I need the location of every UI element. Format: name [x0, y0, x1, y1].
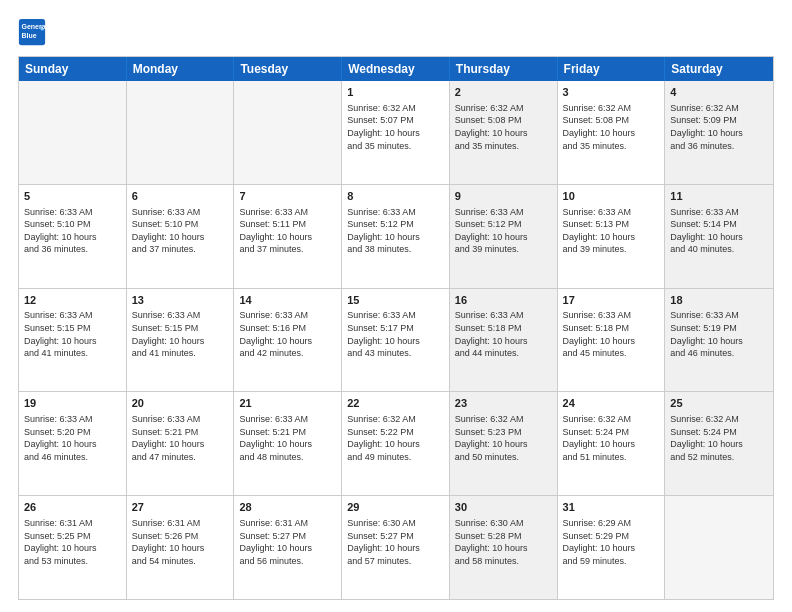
- day-info: Sunrise: 6:33 AM Sunset: 5:15 PM Dayligh…: [132, 309, 229, 359]
- day-number: 9: [455, 189, 552, 204]
- day-info: Sunrise: 6:30 AM Sunset: 5:27 PM Dayligh…: [347, 517, 444, 567]
- calendar-row: 1Sunrise: 6:32 AM Sunset: 5:07 PM Daylig…: [19, 81, 773, 185]
- day-info: Sunrise: 6:32 AM Sunset: 5:08 PM Dayligh…: [455, 102, 552, 152]
- day-info: Sunrise: 6:33 AM Sunset: 5:19 PM Dayligh…: [670, 309, 768, 359]
- calendar-cell: 7Sunrise: 6:33 AM Sunset: 5:11 PM Daylig…: [234, 185, 342, 288]
- day-number: 12: [24, 293, 121, 308]
- calendar-cell: 14Sunrise: 6:33 AM Sunset: 5:16 PM Dayli…: [234, 289, 342, 392]
- weekday-header: Thursday: [450, 57, 558, 81]
- header: General Blue: [18, 18, 774, 46]
- day-info: Sunrise: 6:32 AM Sunset: 5:22 PM Dayligh…: [347, 413, 444, 463]
- day-info: Sunrise: 6:32 AM Sunset: 5:24 PM Dayligh…: [563, 413, 660, 463]
- day-number: 10: [563, 189, 660, 204]
- day-number: 21: [239, 396, 336, 411]
- day-number: 22: [347, 396, 444, 411]
- calendar-cell: 17Sunrise: 6:33 AM Sunset: 5:18 PM Dayli…: [558, 289, 666, 392]
- calendar-cell: 27Sunrise: 6:31 AM Sunset: 5:26 PM Dayli…: [127, 496, 235, 599]
- weekday-header: Wednesday: [342, 57, 450, 81]
- calendar-cell: 26Sunrise: 6:31 AM Sunset: 5:25 PM Dayli…: [19, 496, 127, 599]
- day-info: Sunrise: 6:33 AM Sunset: 5:16 PM Dayligh…: [239, 309, 336, 359]
- calendar: SundayMondayTuesdayWednesdayThursdayFrid…: [18, 56, 774, 600]
- calendar-cell: 15Sunrise: 6:33 AM Sunset: 5:17 PM Dayli…: [342, 289, 450, 392]
- weekday-header: Monday: [127, 57, 235, 81]
- day-number: 26: [24, 500, 121, 515]
- day-info: Sunrise: 6:33 AM Sunset: 5:20 PM Dayligh…: [24, 413, 121, 463]
- calendar-body: 1Sunrise: 6:32 AM Sunset: 5:07 PM Daylig…: [19, 81, 773, 599]
- weekday-header: Tuesday: [234, 57, 342, 81]
- day-info: Sunrise: 6:33 AM Sunset: 5:13 PM Dayligh…: [563, 206, 660, 256]
- day-number: 24: [563, 396, 660, 411]
- calendar-row: 12Sunrise: 6:33 AM Sunset: 5:15 PM Dayli…: [19, 289, 773, 393]
- day-number: 18: [670, 293, 768, 308]
- day-number: 11: [670, 189, 768, 204]
- calendar-cell: 1Sunrise: 6:32 AM Sunset: 5:07 PM Daylig…: [342, 81, 450, 184]
- day-number: 8: [347, 189, 444, 204]
- day-info: Sunrise: 6:33 AM Sunset: 5:17 PM Dayligh…: [347, 309, 444, 359]
- day-info: Sunrise: 6:32 AM Sunset: 5:07 PM Dayligh…: [347, 102, 444, 152]
- day-info: Sunrise: 6:33 AM Sunset: 5:10 PM Dayligh…: [24, 206, 121, 256]
- day-info: Sunrise: 6:31 AM Sunset: 5:27 PM Dayligh…: [239, 517, 336, 567]
- day-info: Sunrise: 6:32 AM Sunset: 5:23 PM Dayligh…: [455, 413, 552, 463]
- calendar-cell: 12Sunrise: 6:33 AM Sunset: 5:15 PM Dayli…: [19, 289, 127, 392]
- page: General Blue SundayMondayTuesdayWednesda…: [0, 0, 792, 612]
- day-number: 25: [670, 396, 768, 411]
- day-info: Sunrise: 6:32 AM Sunset: 5:24 PM Dayligh…: [670, 413, 768, 463]
- calendar-cell: 4Sunrise: 6:32 AM Sunset: 5:09 PM Daylig…: [665, 81, 773, 184]
- day-number: 30: [455, 500, 552, 515]
- calendar-cell: 13Sunrise: 6:33 AM Sunset: 5:15 PM Dayli…: [127, 289, 235, 392]
- logo: General Blue: [18, 18, 50, 46]
- calendar-cell: 22Sunrise: 6:32 AM Sunset: 5:22 PM Dayli…: [342, 392, 450, 495]
- day-number: 31: [563, 500, 660, 515]
- day-info: Sunrise: 6:33 AM Sunset: 5:21 PM Dayligh…: [239, 413, 336, 463]
- day-number: 28: [239, 500, 336, 515]
- calendar-row: 19Sunrise: 6:33 AM Sunset: 5:20 PM Dayli…: [19, 392, 773, 496]
- calendar-cell: 6Sunrise: 6:33 AM Sunset: 5:10 PM Daylig…: [127, 185, 235, 288]
- day-number: 29: [347, 500, 444, 515]
- calendar-cell: 30Sunrise: 6:30 AM Sunset: 5:28 PM Dayli…: [450, 496, 558, 599]
- day-number: 13: [132, 293, 229, 308]
- calendar-cell: [19, 81, 127, 184]
- calendar-row: 5Sunrise: 6:33 AM Sunset: 5:10 PM Daylig…: [19, 185, 773, 289]
- calendar-cell: 3Sunrise: 6:32 AM Sunset: 5:08 PM Daylig…: [558, 81, 666, 184]
- calendar-cell: 31Sunrise: 6:29 AM Sunset: 5:29 PM Dayli…: [558, 496, 666, 599]
- calendar-cell: [234, 81, 342, 184]
- day-number: 3: [563, 85, 660, 100]
- calendar-cell: [665, 496, 773, 599]
- day-info: Sunrise: 6:33 AM Sunset: 5:18 PM Dayligh…: [455, 309, 552, 359]
- day-info: Sunrise: 6:32 AM Sunset: 5:08 PM Dayligh…: [563, 102, 660, 152]
- day-number: 20: [132, 396, 229, 411]
- day-number: 19: [24, 396, 121, 411]
- day-number: 7: [239, 189, 336, 204]
- weekday-header: Sunday: [19, 57, 127, 81]
- calendar-cell: 24Sunrise: 6:32 AM Sunset: 5:24 PM Dayli…: [558, 392, 666, 495]
- day-number: 5: [24, 189, 121, 204]
- logo-icon: General Blue: [18, 18, 46, 46]
- calendar-cell: 25Sunrise: 6:32 AM Sunset: 5:24 PM Dayli…: [665, 392, 773, 495]
- day-info: Sunrise: 6:31 AM Sunset: 5:26 PM Dayligh…: [132, 517, 229, 567]
- calendar-cell: 19Sunrise: 6:33 AM Sunset: 5:20 PM Dayli…: [19, 392, 127, 495]
- day-info: Sunrise: 6:33 AM Sunset: 5:15 PM Dayligh…: [24, 309, 121, 359]
- calendar-cell: 11Sunrise: 6:33 AM Sunset: 5:14 PM Dayli…: [665, 185, 773, 288]
- day-info: Sunrise: 6:33 AM Sunset: 5:21 PM Dayligh…: [132, 413, 229, 463]
- svg-text:Blue: Blue: [22, 32, 37, 39]
- day-info: Sunrise: 6:33 AM Sunset: 5:12 PM Dayligh…: [455, 206, 552, 256]
- weekday-header: Saturday: [665, 57, 773, 81]
- calendar-cell: 8Sunrise: 6:33 AM Sunset: 5:12 PM Daylig…: [342, 185, 450, 288]
- calendar-cell: 10Sunrise: 6:33 AM Sunset: 5:13 PM Dayli…: [558, 185, 666, 288]
- calendar-cell: 21Sunrise: 6:33 AM Sunset: 5:21 PM Dayli…: [234, 392, 342, 495]
- calendar-cell: [127, 81, 235, 184]
- calendar-cell: 28Sunrise: 6:31 AM Sunset: 5:27 PM Dayli…: [234, 496, 342, 599]
- day-number: 27: [132, 500, 229, 515]
- day-info: Sunrise: 6:31 AM Sunset: 5:25 PM Dayligh…: [24, 517, 121, 567]
- day-info: Sunrise: 6:33 AM Sunset: 5:18 PM Dayligh…: [563, 309, 660, 359]
- day-number: 16: [455, 293, 552, 308]
- day-number: 1: [347, 85, 444, 100]
- day-info: Sunrise: 6:33 AM Sunset: 5:14 PM Dayligh…: [670, 206, 768, 256]
- calendar-cell: 2Sunrise: 6:32 AM Sunset: 5:08 PM Daylig…: [450, 81, 558, 184]
- day-number: 2: [455, 85, 552, 100]
- day-number: 15: [347, 293, 444, 308]
- day-number: 6: [132, 189, 229, 204]
- calendar-cell: 23Sunrise: 6:32 AM Sunset: 5:23 PM Dayli…: [450, 392, 558, 495]
- calendar-cell: 9Sunrise: 6:33 AM Sunset: 5:12 PM Daylig…: [450, 185, 558, 288]
- calendar-cell: 16Sunrise: 6:33 AM Sunset: 5:18 PM Dayli…: [450, 289, 558, 392]
